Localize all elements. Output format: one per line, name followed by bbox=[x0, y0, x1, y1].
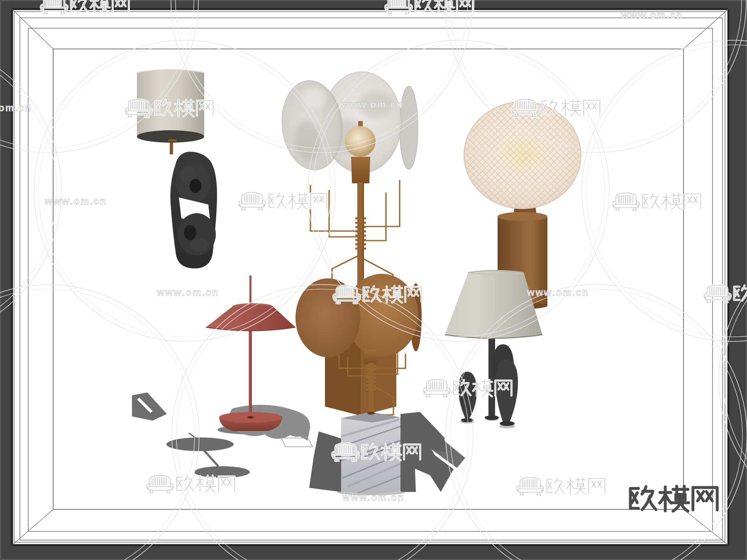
quilted-glass-dome bbox=[464, 102, 581, 209]
product-showcase-image: 欧模网 bbox=[0, 0, 747, 560]
watermark-url: www.om.cn bbox=[156, 287, 219, 298]
lamp-socket bbox=[364, 350, 376, 364]
black-sculpture-base bbox=[170, 152, 217, 268]
watermark-url: www.om.cn bbox=[527, 287, 589, 298]
finial-rod bbox=[249, 275, 251, 306]
watermark-url: www.om.cn bbox=[0, 102, 32, 113]
light-bulb bbox=[345, 126, 376, 157]
red-saucer-base bbox=[219, 412, 282, 431]
glass-disc-edge bbox=[400, 86, 418, 169]
watermark-url: www.om.cn bbox=[44, 196, 107, 207]
watermark-url: www.om.cn bbox=[341, 99, 403, 110]
lamp-socket bbox=[351, 157, 370, 183]
scene-svg: www.om.cn www.om.cn www.om.cn www.om.cn … bbox=[0, 0, 747, 560]
watermark-url: www.om.cn bbox=[342, 492, 404, 503]
watermark-url: www.om.cn bbox=[621, 10, 683, 20]
